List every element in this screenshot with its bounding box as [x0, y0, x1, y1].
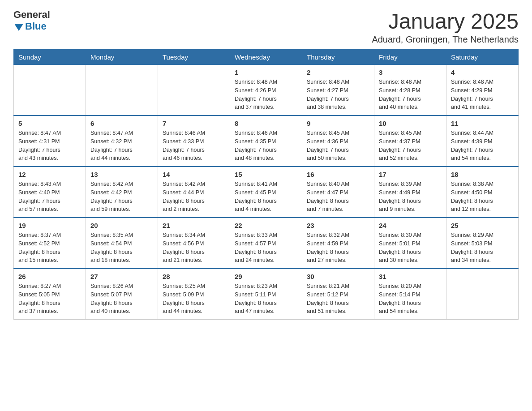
- calendar-cell: 1Sunrise: 8:48 AMSunset: 4:26 PMDaylight…: [230, 65, 302, 116]
- calendar-cell: 27Sunrise: 8:26 AMSunset: 5:07 PMDayligh…: [86, 269, 158, 320]
- day-info: Sunrise: 8:39 AMSunset: 4:49 PMDaylight:…: [379, 180, 442, 214]
- day-number: 19: [18, 222, 81, 229]
- calendar-week-row: 1Sunrise: 8:48 AMSunset: 4:26 PMDaylight…: [14, 65, 519, 116]
- calendar-week-row: 26Sunrise: 8:27 AMSunset: 5:05 PMDayligh…: [14, 269, 519, 320]
- day-number: 15: [235, 171, 297, 178]
- calendar-cell: 11Sunrise: 8:44 AMSunset: 4:39 PMDayligh…: [446, 116, 519, 167]
- day-info: Sunrise: 8:26 AMSunset: 5:07 PMDaylight:…: [90, 282, 153, 316]
- calendar-header-wednesday: Wednesday: [230, 50, 302, 65]
- calendar-cell: 3Sunrise: 8:48 AMSunset: 4:28 PMDaylight…: [374, 65, 446, 116]
- calendar-cell: 4Sunrise: 8:48 AMSunset: 4:29 PMDaylight…: [446, 65, 519, 116]
- day-number: 25: [451, 222, 514, 229]
- calendar-cell: 28Sunrise: 8:25 AMSunset: 5:09 PMDayligh…: [158, 269, 230, 320]
- day-info: Sunrise: 8:41 AMSunset: 4:45 PMDaylight:…: [235, 180, 297, 214]
- day-number: 1: [235, 68, 297, 76]
- calendar-cell: 19Sunrise: 8:37 AMSunset: 4:52 PMDayligh…: [14, 218, 86, 269]
- day-info: Sunrise: 8:44 AMSunset: 4:39 PMDaylight:…: [451, 129, 514, 163]
- calendar-cell: [158, 65, 230, 116]
- day-info: Sunrise: 8:48 AMSunset: 4:28 PMDaylight:…: [379, 78, 442, 111]
- day-info: Sunrise: 8:34 AMSunset: 4:56 PMDaylight:…: [163, 231, 225, 265]
- title-section: January 2025 Aduard, Groningen, The Neth…: [372, 9, 519, 45]
- day-info: Sunrise: 8:21 AMSunset: 5:12 PMDaylight:…: [307, 282, 369, 316]
- day-number: 30: [307, 273, 369, 280]
- day-number: 11: [451, 120, 514, 127]
- calendar-cell: 29Sunrise: 8:23 AMSunset: 5:11 PMDayligh…: [230, 269, 302, 320]
- day-info: Sunrise: 8:27 AMSunset: 5:05 PMDaylight:…: [18, 282, 81, 316]
- calendar-cell: 18Sunrise: 8:38 AMSunset: 4:50 PMDayligh…: [446, 167, 519, 218]
- day-info: Sunrise: 8:40 AMSunset: 4:47 PMDaylight:…: [307, 180, 369, 214]
- calendar-cell: 23Sunrise: 8:32 AMSunset: 4:59 PMDayligh…: [302, 218, 374, 269]
- location-title: Aduard, Groningen, The Netherlands: [372, 34, 519, 45]
- calendar-cell: [86, 65, 158, 116]
- calendar-week-row: 19Sunrise: 8:37 AMSunset: 4:52 PMDayligh…: [14, 218, 519, 269]
- calendar-header-saturday: Saturday: [446, 50, 519, 65]
- day-info: Sunrise: 8:32 AMSunset: 4:59 PMDaylight:…: [307, 231, 369, 265]
- day-number: 2: [307, 68, 369, 76]
- day-info: Sunrise: 8:45 AMSunset: 4:36 PMDaylight:…: [307, 129, 369, 163]
- calendar-cell: 30Sunrise: 8:21 AMSunset: 5:12 PMDayligh…: [302, 269, 374, 320]
- calendar-header-tuesday: Tuesday: [158, 50, 230, 65]
- day-info: Sunrise: 8:45 AMSunset: 4:37 PMDaylight:…: [379, 129, 442, 163]
- day-info: Sunrise: 8:46 AMSunset: 4:35 PMDaylight:…: [235, 129, 297, 163]
- calendar-cell: [446, 269, 519, 320]
- day-info: Sunrise: 8:48 AMSunset: 4:26 PMDaylight:…: [235, 78, 297, 111]
- day-info: Sunrise: 8:42 AMSunset: 4:42 PMDaylight:…: [90, 180, 153, 214]
- day-info: Sunrise: 8:43 AMSunset: 4:40 PMDaylight:…: [18, 180, 81, 214]
- day-number: 4: [451, 68, 514, 76]
- calendar-week-row: 12Sunrise: 8:43 AMSunset: 4:40 PMDayligh…: [14, 167, 519, 218]
- day-info: Sunrise: 8:33 AMSunset: 4:57 PMDaylight:…: [235, 231, 297, 265]
- calendar-header-monday: Monday: [86, 50, 158, 65]
- day-number: 18: [451, 171, 514, 178]
- calendar-cell: [14, 65, 86, 116]
- logo-icon: General Blue: [13, 9, 50, 32]
- day-info: Sunrise: 8:29 AMSunset: 5:03 PMDaylight:…: [451, 231, 514, 265]
- calendar-cell: 16Sunrise: 8:40 AMSunset: 4:47 PMDayligh…: [302, 167, 374, 218]
- day-number: 31: [379, 273, 442, 280]
- calendar-cell: 9Sunrise: 8:45 AMSunset: 4:36 PMDaylight…: [302, 116, 374, 167]
- calendar-cell: 20Sunrise: 8:35 AMSunset: 4:54 PMDayligh…: [86, 218, 158, 269]
- calendar-cell: 21Sunrise: 8:34 AMSunset: 4:56 PMDayligh…: [158, 218, 230, 269]
- day-number: 7: [163, 120, 225, 127]
- day-number: 14: [163, 171, 225, 178]
- calendar-cell: 12Sunrise: 8:43 AMSunset: 4:40 PMDayligh…: [14, 167, 86, 218]
- logo-blue-text: Blue: [25, 21, 47, 32]
- day-info: Sunrise: 8:48 AMSunset: 4:27 PMDaylight:…: [307, 78, 369, 111]
- calendar-cell: 26Sunrise: 8:27 AMSunset: 5:05 PMDayligh…: [14, 269, 86, 320]
- calendar-cell: 17Sunrise: 8:39 AMSunset: 4:49 PMDayligh…: [374, 167, 446, 218]
- calendar-cell: 13Sunrise: 8:42 AMSunset: 4:42 PMDayligh…: [86, 167, 158, 218]
- day-number: 8: [235, 120, 297, 127]
- day-number: 5: [18, 120, 81, 127]
- calendar-cell: 8Sunrise: 8:46 AMSunset: 4:35 PMDaylight…: [230, 116, 302, 167]
- calendar-week-row: 5Sunrise: 8:47 AMSunset: 4:31 PMDaylight…: [14, 116, 519, 167]
- calendar-cell: 5Sunrise: 8:47 AMSunset: 4:31 PMDaylight…: [14, 116, 86, 167]
- day-number: 22: [235, 222, 297, 229]
- calendar-cell: 6Sunrise: 8:47 AMSunset: 4:32 PMDaylight…: [86, 116, 158, 167]
- header: General Blue January 2025 Aduard, Gronin…: [13, 9, 519, 45]
- day-info: Sunrise: 8:48 AMSunset: 4:29 PMDaylight:…: [451, 78, 514, 111]
- day-info: Sunrise: 8:25 AMSunset: 5:09 PMDaylight:…: [163, 282, 225, 316]
- calendar-cell: 7Sunrise: 8:46 AMSunset: 4:33 PMDaylight…: [158, 116, 230, 167]
- day-number: 3: [379, 68, 442, 76]
- calendar-cell: 14Sunrise: 8:42 AMSunset: 4:44 PMDayligh…: [158, 167, 230, 218]
- calendar-header-row: SundayMondayTuesdayWednesdayThursdayFrid…: [14, 50, 519, 65]
- day-info: Sunrise: 8:23 AMSunset: 5:11 PMDaylight:…: [235, 282, 297, 316]
- day-number: 28: [163, 273, 225, 280]
- calendar-cell: 10Sunrise: 8:45 AMSunset: 4:37 PMDayligh…: [374, 116, 446, 167]
- day-number: 20: [90, 222, 153, 229]
- logo-general-text: General: [13, 9, 50, 20]
- day-info: Sunrise: 8:35 AMSunset: 4:54 PMDaylight:…: [90, 231, 153, 265]
- calendar-cell: 2Sunrise: 8:48 AMSunset: 4:27 PMDaylight…: [302, 65, 374, 116]
- calendar-header-friday: Friday: [374, 50, 446, 65]
- day-info: Sunrise: 8:42 AMSunset: 4:44 PMDaylight:…: [163, 180, 225, 214]
- logo: General Blue: [13, 9, 50, 32]
- day-info: Sunrise: 8:37 AMSunset: 4:52 PMDaylight:…: [18, 231, 81, 265]
- calendar-cell: 25Sunrise: 8:29 AMSunset: 5:03 PMDayligh…: [446, 218, 519, 269]
- day-number: 29: [235, 273, 297, 280]
- day-info: Sunrise: 8:20 AMSunset: 5:14 PMDaylight:…: [379, 282, 442, 316]
- calendar-header-thursday: Thursday: [302, 50, 374, 65]
- day-number: 6: [90, 120, 153, 127]
- calendar-table: SundayMondayTuesdayWednesdayThursdayFrid…: [13, 49, 519, 320]
- month-title: January 2025: [372, 9, 519, 34]
- day-number: 13: [90, 171, 153, 178]
- day-number: 26: [18, 273, 81, 280]
